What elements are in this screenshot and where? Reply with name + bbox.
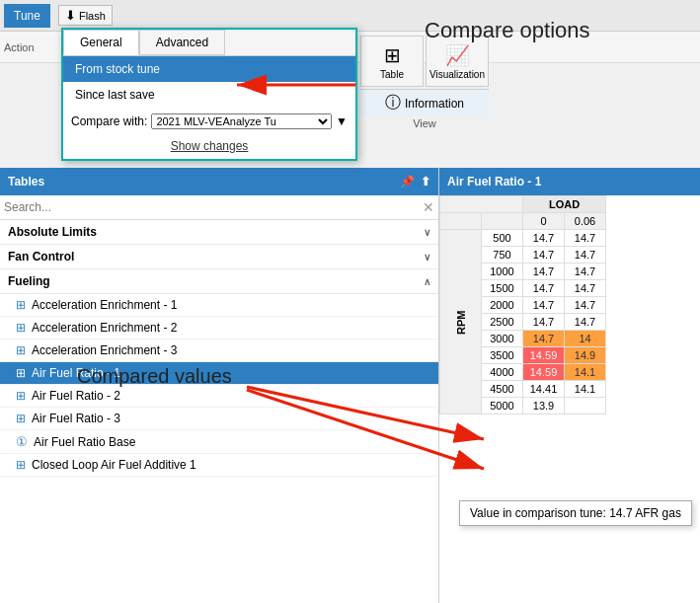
- cell[interactable]: 14.7: [565, 297, 606, 314]
- cell[interactable]: 14.7: [523, 314, 565, 331]
- expand-icon[interactable]: ⬆: [421, 175, 430, 188]
- compare-with-select[interactable]: 2021 MLV-VEAnalyze Tu: [151, 113, 332, 129]
- rpm-500: 500: [482, 230, 523, 247]
- cell-compare[interactable]: 14.59: [523, 347, 565, 364]
- visualization-label: Visualization: [429, 69, 485, 80]
- search-input[interactable]: [4, 200, 423, 214]
- cell[interactable]: 14.7: [565, 247, 606, 264]
- cell[interactable]: 14.7: [523, 280, 565, 297]
- cell[interactable]: 14.41: [523, 381, 565, 398]
- category-absolute-limits[interactable]: Absolute Limits ∨: [0, 220, 438, 245]
- rpm-header: RPM: [440, 230, 482, 415]
- category-fueling[interactable]: Fueling ∧: [0, 269, 438, 294]
- dropdown-arrow: ▼: [336, 114, 348, 128]
- table-label: Table: [380, 69, 404, 80]
- compare-with-label: Compare with:: [71, 114, 147, 128]
- category-fan-control[interactable]: Fan Control ∨: [0, 245, 438, 269]
- grid-icon: ⊞: [16, 389, 26, 403]
- compare-options-popup: General Advanced From stock tune Since l…: [61, 28, 357, 161]
- information-icon: ⓘ: [385, 93, 401, 113]
- right-panel: Air Fuel Ratio - 1 LOAD 0 0.06: [439, 168, 700, 603]
- tables-header-label: Tables: [8, 175, 44, 188]
- compare-options-annotation: Compare options: [425, 18, 590, 43]
- flash-button[interactable]: ⬇ Flash: [58, 5, 113, 26]
- tab-advanced[interactable]: Advanced: [139, 30, 225, 55]
- item-label: Acceleration Enrichment - 3: [32, 343, 177, 357]
- rpm-2500: 2500: [482, 314, 523, 331]
- view-tab-label: View: [360, 117, 489, 129]
- cell[interactable]: 14.7: [565, 230, 606, 247]
- cell[interactable]: 13.9: [523, 398, 565, 415]
- cell[interactable]: 14.7: [523, 247, 565, 264]
- category-fan-control-label: Fan Control: [8, 250, 74, 264]
- table-item[interactable]: ① Air Fuel Ratio Base: [0, 430, 438, 454]
- single-icon: ①: [16, 434, 28, 449]
- rpm-1500: 1500: [482, 280, 523, 297]
- grid-icon: ⊞: [16, 412, 26, 425]
- grid-icon: ⊞: [16, 321, 26, 335]
- download-icon: ⬇: [65, 8, 76, 23]
- chevron-up-icon: ∧: [424, 276, 430, 287]
- rpm-1000: 1000: [482, 264, 523, 280]
- col-006: 0.06: [565, 213, 606, 230]
- cell-highlight[interactable]: 14.9: [565, 347, 606, 364]
- table-title: Air Fuel Ratio - 1: [447, 175, 541, 188]
- category-absolute-limits-label: Absolute Limits: [8, 225, 97, 239]
- chevron-down-icon: ∨: [424, 227, 430, 238]
- tooltip-text: Value in comparison tune: 14.7 AFR gas: [470, 506, 681, 520]
- search-clear-icon[interactable]: ✕: [423, 199, 434, 215]
- table-view-button[interactable]: ⊞ Table: [360, 36, 424, 87]
- cell[interactable]: 14.7: [565, 314, 606, 331]
- col-0: 0: [523, 213, 565, 230]
- cell[interactable]: 14.7: [523, 264, 565, 280]
- data-table-wrapper[interactable]: LOAD 0 0.06 RPM 500 14.7: [439, 195, 700, 603]
- pin-icon[interactable]: 📌: [400, 175, 415, 188]
- item-label: Acceleration Enrichment - 2: [32, 321, 177, 335]
- load-header: LOAD: [523, 196, 606, 213]
- grid-icon: ⊞: [16, 366, 26, 380]
- comparison-tooltip: Value in comparison tune: 14.7 AFR gas: [459, 500, 692, 526]
- chevron-down-icon: ∨: [424, 252, 430, 263]
- option-since-last-save[interactable]: Since last save: [63, 82, 355, 108]
- cell[interactable]: 14.7: [523, 230, 565, 247]
- cell[interactable]: 14.7: [565, 264, 606, 280]
- information-label: Information: [405, 97, 464, 111]
- show-changes-button[interactable]: Show changes: [171, 139, 249, 153]
- cell[interactable]: [565, 398, 606, 415]
- action-label: Action: [4, 41, 35, 53]
- show-changes-row: Show changes: [63, 135, 355, 159]
- search-box: ✕: [0, 195, 438, 220]
- compared-values-annotation: Compared values: [77, 365, 232, 388]
- table-item[interactable]: ⊞ Closed Loop Air Fuel Additive 1: [0, 454, 438, 477]
- compare-tabs: General Advanced: [63, 30, 355, 56]
- cell-compare[interactable]: 14.59: [523, 364, 565, 381]
- tune-button[interactable]: Tune: [4, 4, 50, 28]
- cell-highlight[interactable]: 14.1: [565, 364, 606, 381]
- table-row: RPM 500 14.7 14.7: [440, 230, 606, 247]
- rpm-4000: 4000: [482, 364, 523, 381]
- compare-with-row: Compare with: 2021 MLV-VEAnalyze Tu ▼: [63, 108, 355, 135]
- table-item[interactable]: ⊞ Acceleration Enrichment - 1: [0, 294, 438, 317]
- table-item[interactable]: ⊞ Air Fuel Ratio - 3: [0, 408, 438, 430]
- table-icon: ⊞: [384, 43, 401, 67]
- view-section: ⊞ Table 📈 Visualization ⓘ Information Vi…: [360, 36, 489, 129]
- information-tab[interactable]: ⓘ Information: [360, 89, 489, 116]
- table-item[interactable]: ⊞ Acceleration Enrichment - 2: [0, 317, 438, 339]
- grid-icon: ⊞: [16, 343, 26, 357]
- table-item[interactable]: ⊞ Air Fuel Ratio - 2: [0, 385, 438, 408]
- rpm-750: 750: [482, 247, 523, 264]
- cell-highlight[interactable]: 14.7: [523, 331, 565, 347]
- cell[interactable]: 14.7: [565, 280, 606, 297]
- grid-icon: ⊞: [16, 298, 26, 312]
- cell[interactable]: 14.7: [523, 297, 565, 314]
- grid-icon: ⊞: [16, 458, 26, 472]
- tab-general[interactable]: General: [63, 30, 139, 55]
- item-label: Air Fuel Ratio - 3: [32, 412, 120, 425]
- flash-label: Flash: [79, 10, 106, 22]
- table-item[interactable]: ⊞ Acceleration Enrichment - 3: [0, 339, 438, 362]
- cell-highlight[interactable]: 14: [565, 331, 606, 347]
- panel-header: Tables 📌 ⬆: [0, 168, 438, 195]
- cell[interactable]: 14.1: [565, 381, 606, 398]
- rpm-3500: 3500: [482, 347, 523, 364]
- option-from-stock[interactable]: From stock tune: [63, 56, 355, 82]
